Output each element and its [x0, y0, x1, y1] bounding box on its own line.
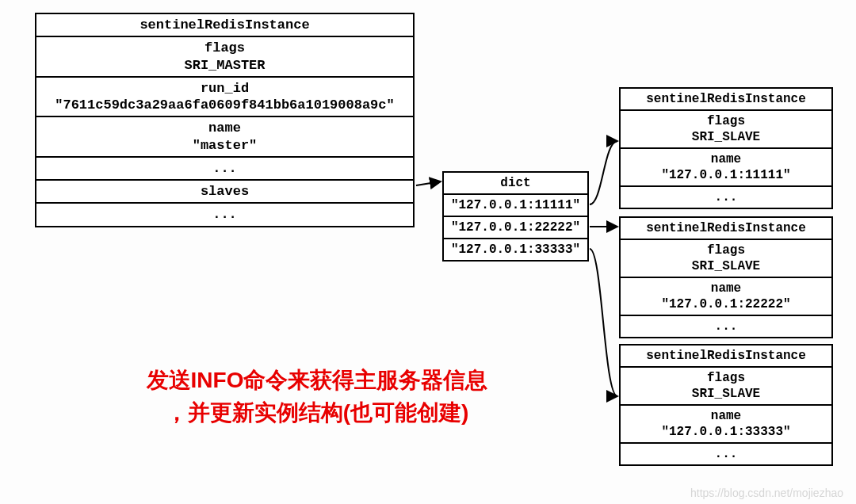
slave3-name: name "127.0.0.1:33333": [621, 406, 831, 444]
dict-key-1: "127.0.0.1:11111": [444, 195, 587, 217]
dict-key-3: "127.0.0.1:33333": [444, 239, 587, 260]
slave2-flags: flags SRI_SLAVE: [621, 240, 831, 278]
master-flags: flags SRI_MASTER: [36, 37, 413, 78]
slave1-flags: flags SRI_SLAVE: [621, 111, 831, 149]
master-name: name "master": [36, 117, 413, 158]
slave3-ellipsis: ...: [621, 444, 831, 464]
caption-text: 发送INFO命令来获得主服务器信息 ，并更新实例结构(也可能创建): [111, 365, 523, 429]
master-ellipsis-1: ...: [36, 158, 413, 181]
slave3-box: sentinelRedisInstance flags SRI_SLAVE na…: [619, 344, 833, 466]
dict-box: dict "127.0.0.1:11111" "127.0.0.1:22222"…: [442, 171, 589, 262]
watermark: https://blog.csdn.net/mojiezhao: [690, 487, 843, 499]
slave2-title: sentinelRedisInstance: [621, 218, 831, 240]
slave1-box: sentinelRedisInstance flags SRI_SLAVE na…: [619, 87, 833, 209]
master-slaves-label: slaves: [36, 181, 413, 204]
slave1-ellipsis: ...: [621, 187, 831, 208]
dict-key-2: "127.0.0.1:22222": [444, 217, 587, 239]
arrow-master-to-dict: [416, 181, 441, 185]
arrow-dict-to-slave3: [590, 249, 617, 396]
slave3-flags: flags SRI_SLAVE: [621, 368, 831, 406]
slave1-title: sentinelRedisInstance: [621, 89, 831, 111]
master-title: sentinelRedisInstance: [36, 14, 413, 37]
arrow-dict-to-slave1: [590, 141, 617, 204]
dict-title: dict: [444, 173, 587, 195]
slave2-name: name "127.0.0.1:22222": [621, 278, 831, 316]
slave1-name: name "127.0.0.1:11111": [621, 149, 831, 187]
slave2-box: sentinelRedisInstance flags SRI_SLAVE na…: [619, 216, 833, 338]
master-ellipsis-2: ...: [36, 204, 413, 225]
master-runid: run_id "7611c59dc3a29aa6fa0609f841bb6a10…: [36, 78, 413, 118]
slave3-title: sentinelRedisInstance: [621, 346, 831, 368]
slave2-ellipsis: ...: [621, 316, 831, 337]
master-box: sentinelRedisInstance flags SRI_MASTER r…: [35, 13, 415, 227]
